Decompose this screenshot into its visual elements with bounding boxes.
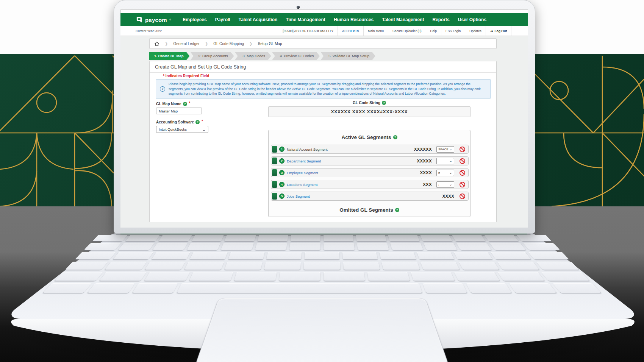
required-asterisk: * [189,101,191,105]
breadcrumb: ❯ General Ledger ❯ GL Code Mapping ❯ Set… [149,38,497,49]
help-icon[interactable]: ? [382,101,386,105]
logout-arrow-icon: ➜ [490,29,493,33]
segment-label-link[interactable]: Locations Segment [287,183,317,187]
help-icon[interactable]: ? [195,120,200,124]
page-title: Create GL Map and Set Up GL Code String [150,61,496,73]
remove-segment-icon[interactable] [460,147,465,152]
page-body: ❯ General Ledger ❯ GL Code Mapping ❯ Set… [120,36,528,228]
segment-row-jobs[interactable]: 5 Jobs Segment XXXX [271,192,469,201]
remove-segment-icon[interactable] [460,158,465,164]
app-screen: paycom® Employees Payroll Talent Acquisi… [120,9,528,228]
remove-segment-icon[interactable] [460,170,465,176]
drag-handle[interactable] [272,158,277,164]
accounting-software-value: Intuit QuickBooks [159,127,187,131]
segment-mask: XXXXX [417,159,432,163]
current-year-label: Current Year 2022 [136,29,162,33]
nav-item-talent-management[interactable]: Talent Management [378,17,428,22]
chevron-down-icon: ⌄ [449,148,452,151]
segment-label: Natural Account Segment [287,147,328,151]
segment-label-link[interactable]: Department Segment [287,159,321,163]
segment-label-link[interactable]: Jobs Segment [287,194,310,198]
brand-reg-mark: ® [169,19,171,21]
main-menu-link[interactable]: Main Menu [363,26,388,36]
delimiter-select[interactable]: #⌄ [436,170,454,176]
step-tab-map-codes[interactable]: 3. Map Codes [235,52,271,60]
drag-handle[interactable] [272,169,277,176]
breadcrumb-setup-gl-map: Setup GL Map [258,42,282,46]
nav-item-user-options[interactable]: User Options [454,17,491,22]
segment-row-employee[interactable]: 3 Employee Segment XXXX #⌄ [271,168,469,177]
nav-item-talent-acquisition[interactable]: Talent Acquisition [234,17,282,22]
segment-row-department[interactable]: 2 Department Segment XXXXX ⌄ [271,156,469,165]
delimiter-select[interactable]: :⌄ [436,181,454,188]
delimiter-select[interactable]: ⌄ [436,158,454,164]
nav-item-payroll[interactable]: Payroll [211,17,234,22]
remove-segment-icon[interactable] [460,182,465,187]
logout-button[interactable]: ➜Log Out [486,26,511,36]
active-segments-header: Active GL Segments? [269,134,470,140]
alldepts-link[interactable]: ALLDEPTS [338,26,363,36]
drag-handle[interactable] [272,193,277,200]
help-icon[interactable]: ? [183,102,187,106]
step-tab-validate-gl-map-setup[interactable]: 5. Validate GL Map Setup [320,52,375,60]
laptop-lid: paycom® Employees Payroll Talent Acquisi… [114,0,535,234]
wizard-steps: 1. Create GL Map 2. Group Accounts 3. Ma… [149,52,376,60]
info-icon: i [160,86,165,92]
chevron-down-icon: ⌄ [449,183,452,186]
nav-item-time-management[interactable]: Time Management [281,17,329,22]
breadcrumb-general-ledger[interactable]: General Ledger [173,42,200,46]
nav-menu: Employees Payroll Talent Acquisition Tim… [178,17,491,22]
accounting-software-select[interactable]: Intuit QuickBooks ⌄ [156,126,208,133]
omitted-segments-header: Omitted GL Segments? [269,207,470,213]
ess-login-link[interactable]: ESS Login [441,26,465,36]
main-navbar: paycom® Employees Payroll Talent Acquisi… [120,13,528,26]
chevron-down-icon: ⌄ [449,159,452,162]
create-gl-map-card: Create GL Map and Set Up GL Code String … [149,61,497,222]
segment-mask: XXXX [442,194,454,198]
breadcrumb-gl-code-mapping[interactable]: GL Code Mapping [213,42,244,46]
keyboard [43,235,601,293]
brand-name: paycom [145,17,167,23]
help-link[interactable]: Help [426,26,441,36]
secure-uploader-link[interactable]: Secure Uploader (0) [388,26,426,36]
active-segments-list: 1 Natural Account Segment XXXXXX SPACE⌄ … [271,145,469,203]
paycom-logo[interactable]: paycom® [136,16,171,23]
step-tab-group-accounts[interactable]: 2. Group Accounts [190,52,234,60]
trackpad [194,298,450,362]
chevron-down-icon: ⌄ [202,128,206,131]
segment-mask: XXXX [420,170,432,175]
help-icon[interactable]: ? [393,135,397,139]
segment-number-badge: 4 [279,182,284,187]
utility-bar: Current Year 2022 [05580] ABC OF OKLAHOM… [120,26,528,36]
gl-code-string-value: XXXXXX XXXX XXXX#XXX:XXXX [331,109,408,114]
accounting-software-label: Accounting Software?* [156,120,203,124]
remove-segment-icon[interactable] [460,193,465,199]
segment-number-badge: 2 [279,158,284,164]
nav-item-employees[interactable]: Employees [178,17,211,22]
drag-handle[interactable] [272,146,277,153]
breadcrumb-separator: ❯ [205,42,208,46]
gl-segments-panel: Active GL Segments? 1 Natural Account Se… [268,130,470,217]
segment-row-natural-account[interactable]: 1 Natural Account Segment XXXXXX SPACE⌄ [271,145,469,154]
step-tab-preview-gl-codes[interactable]: 4. Preview GL Codes [272,52,320,60]
gl-code-string-box: XXXXXX XXXX XXXX#XXX:XXXX [268,106,470,117]
help-icon[interactable]: ? [395,208,399,212]
delimiter-select[interactable]: SPACE⌄ [436,146,454,153]
nav-item-reports[interactable]: Reports [428,17,453,22]
segment-mask: XXXXXX [414,147,432,151]
updates-link[interactable]: Updates [465,26,486,36]
nav-item-human-resources[interactable]: Human Resources [330,17,378,22]
segment-label-link[interactable]: Employee Segment [287,171,318,175]
keyboard-deck [0,235,644,362]
home-icon[interactable] [154,41,159,46]
breadcrumb-separator: ❯ [165,42,168,46]
gl-map-name-input[interactable] [156,108,202,114]
segment-number-badge: 1 [279,147,284,152]
drag-handle[interactable] [272,181,277,188]
webcam-icon [297,6,300,9]
segment-row-locations[interactable]: 4 Locations Segment XXX :⌄ [271,180,469,189]
info-banner-text: Please begin by providing a GL Map name … [169,82,491,96]
segment-number-badge: 3 [279,170,284,175]
step-tab-create-gl-map[interactable]: 1. Create GL Map [149,52,189,60]
required-field-note: * Indicates Required Field [163,74,209,78]
